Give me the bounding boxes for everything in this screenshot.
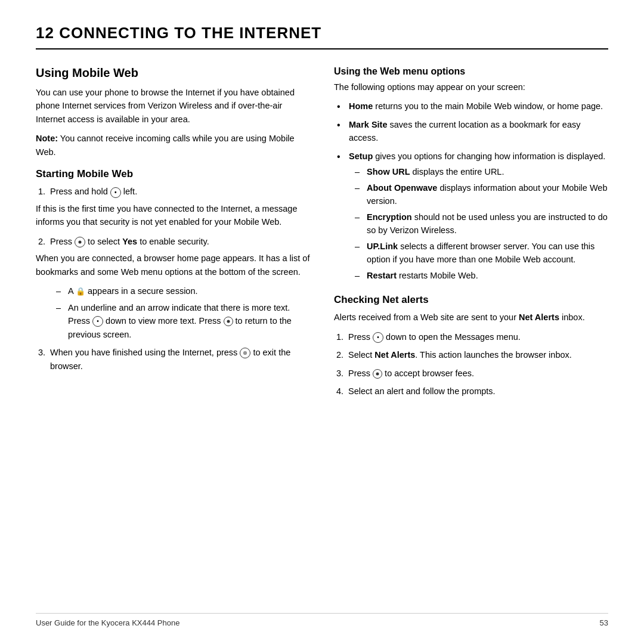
nav-icon-net1: •: [373, 332, 383, 343]
bullet-setup: Setup gives you options for changing how…: [337, 150, 608, 282]
mark-site-bold: Mark Site: [349, 120, 387, 129]
sub-restart: Restart restarts Mobile Web.: [355, 269, 608, 282]
footer-right: 53: [600, 618, 608, 627]
net-alerts-title: Checking Net alerts: [334, 294, 608, 306]
net-alerts-steps: Press • down to open the Messages menu. …: [346, 330, 608, 398]
page-footer: User Guide for the Kyocera KX444 Phone 5…: [36, 613, 608, 627]
note-text: You cannot receive incoming calls while …: [36, 134, 295, 156]
step1-subtext: If this is the first time you have conne…: [36, 202, 310, 229]
ok-icon-net3: [373, 369, 382, 379]
step2-subtext: When you are connected, a browser home p…: [36, 252, 310, 278]
sub-about-openwave: About Openwave displays information abou…: [355, 181, 608, 208]
net-alert-step2: Select Net Alerts. This action launches …: [346, 348, 608, 361]
setup-sub-list: Show URL displays the entire URL. About …: [355, 165, 608, 282]
left-column: Using Mobile Web You can use your phone …: [36, 66, 310, 404]
section-starting-mobile-web: Starting Mobile Web Press and hold • lef…: [36, 168, 310, 373]
subsection-title-starting: Starting Mobile Web: [36, 168, 310, 180]
starting-steps-list: Press and hold • left. If this is the fi…: [48, 185, 310, 373]
lock-icon: 🔒: [76, 287, 85, 296]
back-icon: [224, 317, 233, 326]
net-alert-step3: Press to accept browser fees.: [346, 367, 608, 380]
bullet-mark-site: Mark Site saves the current location as …: [337, 118, 608, 145]
net-alerts-inbox: inbox.: [562, 312, 585, 322]
step-1: Press and hold • left. If this is the fi…: [48, 185, 310, 228]
section-web-menu-options: Using the Web menu options The following…: [334, 66, 608, 282]
sub-encryption: Encryption should not be used unless you…: [355, 210, 608, 237]
step2-dash-list: A 🔒 appears in a secure session. An unde…: [56, 284, 310, 341]
net-alerts-intro-text: Alerts received from a Web site are sent…: [334, 312, 519, 322]
page: 12 Connecting to the Internet Using Mobi…: [0, 0, 644, 644]
section-checking-net-alerts: Checking Net alerts Alerts received from…: [334, 294, 608, 398]
setup-bold: Setup: [349, 151, 373, 161]
section-using-mobile-web: Using Mobile Web You can use your phone …: [36, 66, 310, 159]
chapter-header: 12 Connecting to the Internet: [36, 24, 608, 49]
right-column: Using the Web menu options The following…: [334, 66, 608, 404]
nav-icon-step1: •: [110, 187, 121, 198]
using-mobile-web-note: Note: You cannot receive incoming calls …: [36, 132, 310, 159]
content-columns: Using Mobile Web You can use your phone …: [36, 66, 608, 404]
home-bold: Home: [349, 101, 373, 111]
dash-item-lock: A 🔒 appears in a secure session.: [56, 284, 310, 298]
web-menu-bullet-list: Home returns you to the main Mobile Web …: [337, 100, 608, 282]
sub-uplink: UP.Link selects a different browser serv…: [355, 240, 608, 267]
dash-item-arrow: An underline and an arrow indicate that …: [56, 301, 310, 341]
note-label: Note:: [36, 134, 58, 143]
step2-text: Press to select Yes to enable security.: [50, 237, 209, 246]
section-title-using-mobile-web: Using Mobile Web: [36, 66, 310, 80]
bullet-home: Home returns you to the main Mobile Web …: [337, 100, 608, 113]
step-2: Press to select Yes to enable security. …: [48, 235, 310, 341]
chapter-title: 12 Connecting to the Internet: [36, 24, 321, 42]
step1-text: Press and hold • left.: [50, 187, 137, 196]
sub-show-url: Show URL displays the entire URL.: [355, 165, 608, 178]
net-alert-step4: Select an alert and follow the prompts.: [346, 385, 608, 398]
ok-icon-step2: [75, 237, 85, 247]
net-alerts-intro: Alerts received from a Web site are sent…: [334, 311, 608, 324]
web-menu-title: Using the Web menu options: [334, 66, 608, 77]
footer-left: User Guide for the Kyocera KX444 Phone: [36, 618, 179, 627]
net-alerts-bold: Net Alerts: [519, 312, 559, 322]
using-mobile-web-intro: You can use your phone to browse the Int…: [36, 86, 310, 126]
end-icon: [240, 348, 250, 358]
nav-icon-down: •: [92, 316, 103, 327]
step-3: When you have finished using the Interne…: [48, 346, 310, 373]
step3-text: When you have finished using the Interne…: [50, 348, 290, 370]
net-alert-step1: Press • down to open the Messages menu.: [346, 330, 608, 343]
web-menu-intro: The following options may appear on your…: [334, 80, 608, 94]
